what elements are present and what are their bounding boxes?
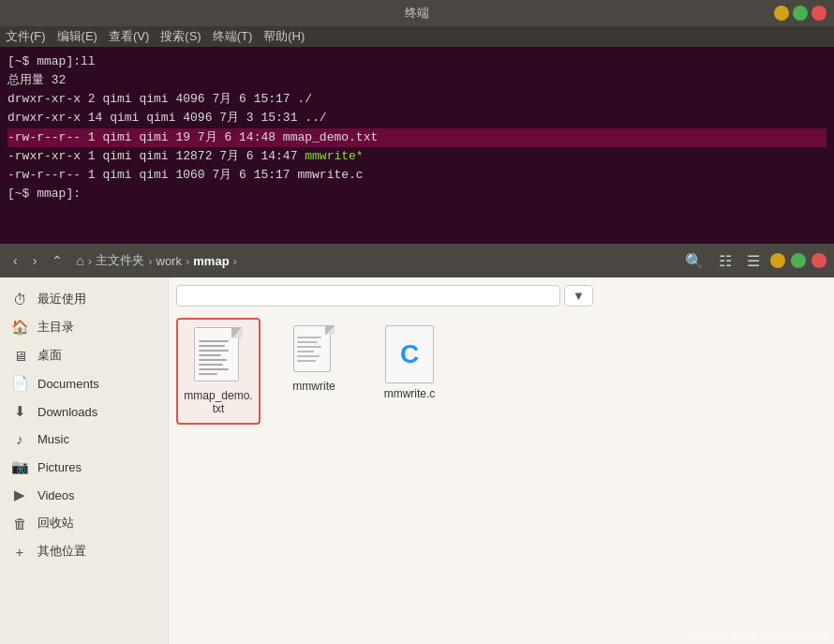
terminal-line: -rwxr-xr-x 1 qimi qimi 12872 7月 6 14:47 … bbox=[7, 147, 827, 166]
terminal-menu-item[interactable]: 编辑(E) bbox=[57, 28, 97, 45]
file-name: mmap_demo.txt bbox=[184, 389, 253, 415]
fm-view-toggle-btn[interactable]: ☷ bbox=[714, 250, 737, 272]
fm-files-grid: mmap_demo.txt mmwrite C mmwrite.c bbox=[176, 318, 827, 425]
file-name: mmwrite bbox=[292, 380, 335, 393]
sidebar-label: 主目录 bbox=[37, 319, 74, 336]
file-manager-window: ‹ › ⌃ ⌂›主文件夹›work›mmap› 🔍 ☷ ☰ ⏱最近使用🏠主目录🖥… bbox=[0, 244, 834, 644]
fm-minimize-btn[interactable] bbox=[770, 253, 785, 268]
sidebar-icon: 🏠 bbox=[11, 319, 28, 336]
terminal-line: -rw-r--r-- 1 qimi qimi 1060 7月 6 15:17 m… bbox=[7, 166, 827, 185]
fm-sidebar: ⏱最近使用🏠主目录🖥桌面📄Documents⬇Downloads♪Music📷P… bbox=[0, 277, 169, 644]
sidebar-icon: ⏱ bbox=[11, 292, 28, 307]
sidebar-label: Videos bbox=[37, 488, 75, 502]
fm-toolbar-right: 🔍 ☷ ☰ bbox=[680, 250, 827, 272]
fm-close-btn[interactable] bbox=[812, 253, 827, 268]
fm-toolbar: ‹ › ⌃ ⌂›主文件夹›work›mmap› 🔍 ☷ ☰ bbox=[0, 244, 834, 277]
terminal-menu-item[interactable]: 搜索(S) bbox=[160, 28, 201, 45]
sidebar-item-videos[interactable]: ▶Videos bbox=[0, 481, 168, 509]
terminal-menubar: 文件(F)编辑(E)查看(V)搜索(S)终端(T)帮助(H) bbox=[0, 26, 834, 47]
fm-search-btn[interactable]: 🔍 bbox=[680, 250, 708, 272]
breadcrumb-item[interactable]: mmap bbox=[193, 254, 229, 268]
breadcrumb-trail: › bbox=[233, 254, 237, 268]
txt-icon bbox=[194, 327, 243, 385]
sidebar-label: 最近使用 bbox=[37, 291, 86, 307]
sidebar-item-回收站[interactable]: 🗑回收站 bbox=[0, 509, 168, 537]
fm-maximize-btn[interactable] bbox=[791, 253, 806, 268]
breadcrumb-sep: › bbox=[148, 254, 152, 268]
fm-forward-btn[interactable]: › bbox=[27, 251, 43, 270]
breadcrumb-sep: › bbox=[186, 254, 189, 268]
fm-main-area: ▼ mmap_demo.txt bbox=[169, 277, 834, 644]
c-letter: C bbox=[400, 339, 419, 369]
fm-body: ⏱最近使用🏠主目录🖥桌面📄Documents⬇Downloads♪Music📷P… bbox=[0, 277, 834, 644]
terminal-maximize-btn[interactable] bbox=[793, 6, 808, 21]
terminal-title: 终端 bbox=[405, 5, 429, 22]
fm-up-btn[interactable]: ⌃ bbox=[46, 251, 68, 270]
fm-search-input-wrap[interactable] bbox=[176, 285, 560, 307]
sidebar-item-其他位置[interactable]: +其他位置 bbox=[0, 537, 168, 565]
terminal-window-controls bbox=[774, 6, 827, 21]
breadcrumb-item[interactable]: 主文件夹 bbox=[96, 252, 144, 269]
sidebar-item-pictures[interactable]: 📷Pictures bbox=[0, 453, 168, 481]
terminal-titlebar: 终端 bbox=[0, 0, 834, 26]
sidebar-item-documents[interactable]: 📄Documents bbox=[0, 369, 168, 397]
terminal-menu-item[interactable]: 帮助(H) bbox=[263, 28, 305, 45]
terminal-line: -rw-r--r-- 1 qimi qimi 19 7月 6 14:48 mma… bbox=[7, 128, 827, 147]
c-icon: C bbox=[385, 325, 434, 383]
terminal-menu-item[interactable]: 终端(T) bbox=[213, 28, 253, 45]
fm-search-bar: ▼ bbox=[176, 285, 827, 307]
sidebar-icon: ⬇ bbox=[11, 403, 28, 420]
file-item-mmwrite[interactable]: mmwrite bbox=[272, 318, 356, 425]
sidebar-icon: 🖥 bbox=[11, 348, 28, 364]
terminal-minimize-btn[interactable] bbox=[774, 6, 789, 21]
sidebar-label: Music bbox=[37, 432, 69, 446]
terminal-line: drwxr-xr-x 14 qimi qimi 4096 7月 3 15:31 … bbox=[7, 109, 827, 127]
sidebar-item-最近使用[interactable]: ⏱最近使用 bbox=[0, 285, 168, 313]
breadcrumb-sep: › bbox=[88, 254, 92, 268]
terminal-menu-item[interactable]: 文件(F) bbox=[6, 28, 46, 45]
fm-search-input[interactable] bbox=[185, 289, 552, 303]
sidebar-label: Documents bbox=[37, 377, 99, 391]
terminal-menu-item[interactable]: 查看(V) bbox=[109, 28, 149, 45]
sidebar-icon: 📷 bbox=[11, 458, 28, 475]
file-name: mmwrite.c bbox=[384, 387, 436, 400]
sidebar-item-downloads[interactable]: ⬇Downloads bbox=[0, 397, 168, 426]
fm-back-btn[interactable]: ‹ bbox=[7, 251, 23, 270]
sidebar-label: 回收站 bbox=[37, 515, 74, 532]
sidebar-label: 其他位置 bbox=[37, 543, 86, 560]
sidebar-icon: 📄 bbox=[11, 375, 28, 392]
file-item-mmap_demo.txt[interactable]: mmap_demo.txt bbox=[176, 318, 261, 425]
file-item-mmwrite.c[interactable]: C mmwrite.c bbox=[367, 318, 452, 425]
terminal-window: 终端 文件(F)编辑(E)查看(V)搜索(S)终端(T)帮助(H) [~$ mm… bbox=[0, 0, 834, 244]
terminal-close-btn[interactable] bbox=[812, 6, 827, 21]
sidebar-icon: 🗑 bbox=[11, 516, 28, 532]
home-icon[interactable]: ⌂ bbox=[76, 253, 83, 268]
terminal-line: 总用量 32 bbox=[7, 71, 827, 90]
sidebar-label: 桌面 bbox=[37, 347, 62, 364]
terminal-line: drwxr-xr-x 2 qimi qimi 4096 7月 6 15:17 .… bbox=[7, 90, 827, 109]
sidebar-label: Pictures bbox=[37, 460, 82, 474]
sidebar-label: Downloads bbox=[37, 405, 97, 419]
sidebar-item-music[interactable]: ♪Music bbox=[0, 426, 168, 453]
doc-icon bbox=[293, 325, 335, 376]
sidebar-icon: + bbox=[11, 544, 28, 560]
terminal-line: [~$ mmap]: bbox=[7, 185, 827, 203]
sidebar-icon: ♪ bbox=[11, 431, 28, 447]
sidebar-item-主目录[interactable]: 🏠主目录 bbox=[0, 313, 168, 341]
terminal-line: [~$ mmap]:ll bbox=[7, 52, 827, 71]
sidebar-icon: ▶ bbox=[11, 487, 28, 503]
fm-search-dropdown[interactable]: ▼ bbox=[564, 285, 593, 307]
fm-menu-btn[interactable]: ☰ bbox=[742, 250, 765, 272]
sidebar-item-桌面[interactable]: 🖥桌面 bbox=[0, 341, 168, 369]
fm-breadcrumb: ⌂›主文件夹›work›mmap› bbox=[76, 252, 677, 269]
terminal-body: [~$ mmap]:ll总用量 32drwxr-xr-x 2 qimi qimi… bbox=[0, 47, 834, 244]
breadcrumb-item[interactable]: work bbox=[156, 254, 182, 268]
